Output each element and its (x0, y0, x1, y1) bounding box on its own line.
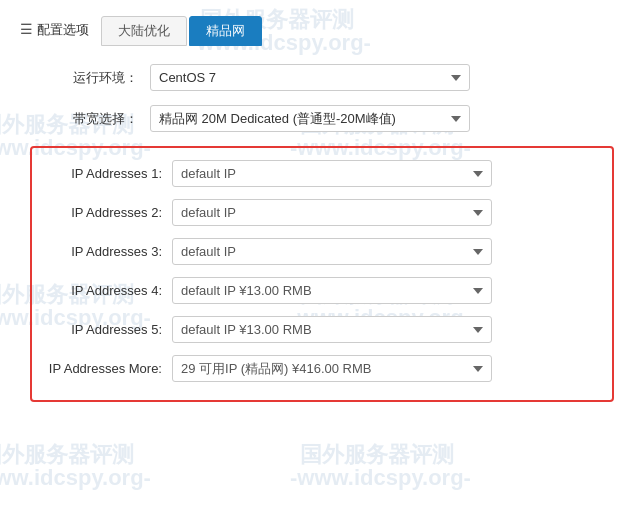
bandwidth-select[interactable]: 精品网 20M Dedicated (普通型-20M峰值) 精品网 10M De… (150, 105, 470, 132)
ip-row-2: IP Addresses 2:default IP (42, 199, 602, 226)
ip-row-3: IP Addresses 3:default IP (42, 238, 602, 265)
ip-row-5: IP Addresses 5:default IP ¥13.00 RMB (42, 316, 602, 343)
config-icon: ☰ (20, 20, 33, 40)
ip-label-6: IP Addresses More: (42, 361, 172, 376)
env-label: 运行环境： (30, 69, 150, 87)
tab-premium[interactable]: 精品网 (189, 16, 262, 46)
env-select[interactable]: CentOS 7 CentOS 6 Ubuntu 18.04 Debian 9 (150, 64, 470, 91)
ip-select-5[interactable]: default IP ¥13.00 RMB (172, 316, 492, 343)
ip-select-1[interactable]: default IP (172, 160, 492, 187)
ip-label-3: IP Addresses 3: (42, 244, 172, 259)
tab-mainland[interactable]: 大陆优化 (101, 16, 187, 46)
env-row: 运行环境： CentOS 7 CentOS 6 Ubuntu 18.04 Deb… (30, 64, 614, 91)
ip-section: IP Addresses 1:default IPIP Addresses 2:… (30, 146, 614, 402)
config-label: ☰ 配置选项 (20, 16, 89, 40)
config-header: ☰ 配置选项 大陆优化 精品网 (20, 16, 624, 46)
form-section: 运行环境： CentOS 7 CentOS 6 Ubuntu 18.04 Deb… (20, 64, 624, 402)
ip-select-2[interactable]: default IP (172, 199, 492, 226)
ip-label-1: IP Addresses 1: (42, 166, 172, 181)
config-label-text: 配置选项 (37, 21, 89, 39)
tab-bar: 大陆优化 精品网 (101, 16, 262, 46)
page-content: ☰ 配置选项 大陆优化 精品网 运行环境： CentOS 7 CentOS 6 … (0, 0, 644, 418)
bandwidth-label: 带宽选择： (30, 110, 150, 128)
ip-label-4: IP Addresses 4: (42, 283, 172, 298)
ip-select-4[interactable]: default IP ¥13.00 RMB (172, 277, 492, 304)
ip-row-6: IP Addresses More:29 可用IP (精品网) ¥416.00 … (42, 355, 602, 382)
ip-select-6[interactable]: 29 可用IP (精品网) ¥416.00 RMB (172, 355, 492, 382)
ip-select-3[interactable]: default IP (172, 238, 492, 265)
bandwidth-row: 带宽选择： 精品网 20M Dedicated (普通型-20M峰值) 精品网 … (30, 105, 614, 132)
ip-label-5: IP Addresses 5: (42, 322, 172, 337)
ip-row-4: IP Addresses 4:default IP ¥13.00 RMB (42, 277, 602, 304)
ip-label-2: IP Addresses 2: (42, 205, 172, 220)
ip-row-1: IP Addresses 1:default IP (42, 160, 602, 187)
